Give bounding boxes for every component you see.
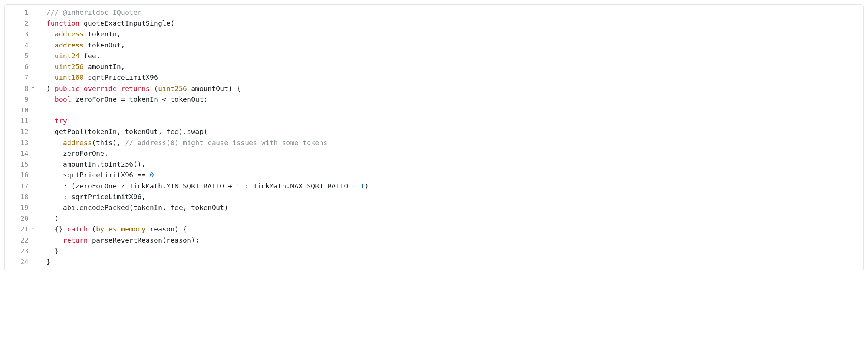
code-content: ? (zeroForOne ? TickMath.MIN_SQRT_RATIO … xyxy=(38,181,863,191)
fold-gutter xyxy=(32,170,38,171)
code-line: 7 uint160 sqrtPriceLimitX96 xyxy=(5,72,863,83)
code-token: /// @inheritdoc IQuoter xyxy=(46,9,141,16)
code-content: try xyxy=(38,115,863,126)
code-line: 6 uint256 amountIn, xyxy=(5,61,863,72)
line-number: 1 xyxy=(5,7,32,18)
code-content: address(this), // address(0) might cause… xyxy=(38,137,863,148)
code-token: 0 xyxy=(150,171,154,179)
line-number: 12 xyxy=(5,126,32,137)
code-line: 18 : sqrtPriceLimitX96, xyxy=(5,191,863,202)
code-line: 9 bool zeroForOne = tokenIn < tokenOut; xyxy=(5,94,863,105)
code-line: 11 try xyxy=(5,115,863,126)
code-token: sqrtPriceLimitX96 == xyxy=(63,171,150,179)
fold-gutter xyxy=(32,159,38,160)
fold-gutter xyxy=(32,202,38,203)
fold-gutter xyxy=(32,50,38,52)
code-line: 19 abi.encodePacked(tokenIn, fee, tokenO… xyxy=(5,202,863,213)
fold-gutter xyxy=(32,115,38,116)
code-token: address xyxy=(63,139,92,147)
code-content: bool zeroForOne = tokenIn < tokenOut; xyxy=(38,94,863,105)
code-content: abi.encodePacked(tokenIn, fee, tokenOut) xyxy=(38,202,863,213)
code-line: 5 uint24 fee, xyxy=(5,50,863,61)
code-content: getPool(tokenIn, tokenOut, fee).swap( xyxy=(38,126,863,137)
line-number: 18 xyxy=(5,191,32,202)
code-line: 20 ) xyxy=(5,213,863,224)
code-line: 4 address tokenOut, xyxy=(5,40,863,50)
code-token: return xyxy=(63,236,88,244)
code-content: : sqrtPriceLimitX96, xyxy=(38,191,863,202)
code-token: returns xyxy=(121,85,150,92)
code-token: ? (zeroForOne ? TickMath.MIN_SQRT_RATIO … xyxy=(63,182,237,190)
fold-gutter xyxy=(32,18,38,19)
line-number: 15 xyxy=(5,159,32,170)
code-token: getPool(tokenIn, tokenOut, fee).swap( xyxy=(55,128,208,135)
code-token: catch xyxy=(67,225,88,233)
code-token: {} xyxy=(55,225,67,233)
line-number: 6 xyxy=(5,61,32,72)
line-number: 8 xyxy=(5,83,32,94)
fold-gutter xyxy=(32,148,38,149)
line-number: 10 xyxy=(5,105,32,115)
code-block: 1 /// @inheritdoc IQuoter2 function quot… xyxy=(4,4,864,271)
code-content: function quoteExactInputSingle( xyxy=(38,18,863,29)
code-token: amountIn, xyxy=(84,63,125,70)
line-number: 14 xyxy=(5,148,32,159)
line-number: 3 xyxy=(5,29,32,39)
code-line: 3 address tokenIn, xyxy=(5,29,863,39)
code-token: } xyxy=(46,258,50,266)
code-line: 2 function quoteExactInputSingle( xyxy=(5,18,863,29)
code-token: parseRevertReason(reason); xyxy=(88,236,200,244)
line-number: 16 xyxy=(5,170,32,180)
code-token: public xyxy=(55,85,80,92)
code-token: function xyxy=(46,19,79,27)
code-line: 15 amountIn.toInt256(), xyxy=(5,159,863,170)
code-token: uint24 xyxy=(55,52,80,60)
fold-gutter xyxy=(32,246,38,247)
code-content: ) public override returns (uint256 amoun… xyxy=(38,83,863,94)
code-token: // address(0) might cause issues with so… xyxy=(125,139,328,147)
code-token xyxy=(79,85,83,92)
fold-gutter[interactable]: ▾ xyxy=(32,83,38,92)
code-token: address xyxy=(55,30,84,38)
fold-gutter xyxy=(32,40,38,41)
line-number: 9 xyxy=(5,94,32,105)
code-token: reason) { xyxy=(146,225,187,233)
fold-gutter xyxy=(32,72,38,73)
code-token: sqrtPriceLimitX96 xyxy=(84,73,158,81)
fold-gutter[interactable]: ▾ xyxy=(32,224,38,233)
code-line: 24 } xyxy=(5,256,863,267)
code-content: address tokenIn, xyxy=(38,29,863,39)
code-token: 1 xyxy=(237,182,241,190)
code-token: ( xyxy=(88,225,96,233)
code-content: uint160 sqrtPriceLimitX96 xyxy=(38,72,863,83)
line-number: 7 xyxy=(5,72,32,83)
line-number: 4 xyxy=(5,40,32,50)
code-token: memory xyxy=(121,225,146,233)
line-number: 13 xyxy=(5,137,32,148)
fold-gutter xyxy=(32,235,38,236)
code-token xyxy=(117,85,121,92)
code-line: 10 xyxy=(5,105,863,115)
line-number: 22 xyxy=(5,235,32,246)
line-number: 5 xyxy=(5,50,32,61)
code-line: 22 return parseRevertReason(reason); xyxy=(5,235,863,246)
code-token: uint160 xyxy=(55,73,84,81)
fold-gutter xyxy=(32,126,38,127)
line-number: 17 xyxy=(5,181,32,191)
code-content: zeroForOne, xyxy=(38,148,863,159)
fold-gutter xyxy=(32,181,38,182)
code-content: ) xyxy=(38,213,863,224)
code-token: } xyxy=(55,247,59,255)
code-token: ) xyxy=(55,214,59,222)
line-number: 23 xyxy=(5,246,32,256)
code-token: tokenOut, xyxy=(84,41,125,49)
code-token: try xyxy=(55,117,67,125)
code-token: zeroForOne, xyxy=(63,149,109,157)
code-token: fee, xyxy=(79,52,100,60)
code-content: /// @inheritdoc IQuoter xyxy=(38,7,863,18)
fold-gutter xyxy=(32,137,38,138)
line-number: 11 xyxy=(5,115,32,126)
code-token: : sqrtPriceLimitX96, xyxy=(63,193,146,201)
code-token: bytes xyxy=(96,225,117,233)
code-token: bool xyxy=(55,95,72,103)
